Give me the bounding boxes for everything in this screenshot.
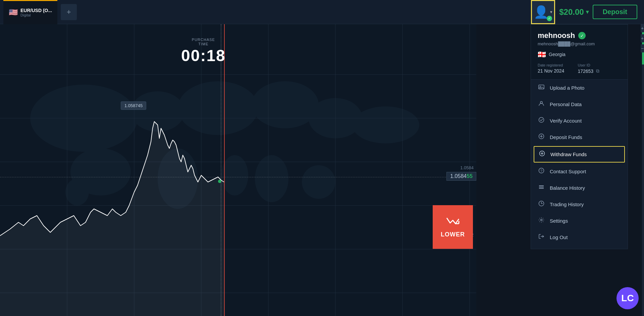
balance-button[interactable]: $20.00 ▾ (559, 7, 588, 17)
contact-support-icon: ? (538, 168, 545, 175)
user-info-section: mehnoosh ✓ mehnoosh████@gmail.com 🇬🇪 Geo… (531, 25, 628, 80)
contact-support-label: Contact Support (550, 169, 586, 174)
svg-marker-25 (0, 122, 224, 316)
balance-amount: $20.00 (559, 7, 584, 17)
corner-logo[interactable]: LC (616, 287, 639, 309)
trading-history-icon (538, 200, 545, 208)
svg-point-43 (541, 219, 542, 221)
user-email: mehnoosh████@gmail.com (538, 41, 621, 46)
dropdown-menu: Upload a Photo Personal Data Verify Acco… (531, 80, 628, 245)
svg-point-28 (540, 86, 541, 87)
right-scrollbar[interactable]: + + − (641, 24, 644, 316)
deposit-funds-label: Deposit Funds (550, 134, 582, 140)
price-tooltip: 1.058745 (121, 101, 146, 110)
balance-arrow: ▾ (586, 9, 589, 15)
pair-type: Digital (20, 13, 52, 17)
menu-item-settings[interactable]: Settings (531, 213, 628, 229)
deposit-button[interactable]: Deposit (593, 5, 637, 19)
username: mehnoosh (538, 31, 575, 40)
svg-point-30 (539, 118, 544, 123)
svg-rect-27 (539, 85, 544, 89)
settings-label: Settings (550, 218, 568, 224)
personal-data-icon (538, 100, 545, 108)
pair-flag: 🇺🇸 (9, 8, 18, 17)
price-value: 1.0584 (450, 173, 467, 179)
current-price-label: 1.058455 (446, 172, 476, 181)
menu-item-trading-history[interactable]: Trading History (531, 196, 628, 213)
topbar-right: 👤 ✓ ▾ $20.00 ▾ Deposit (531, 0, 641, 24)
corner-logo-text: LC (621, 293, 634, 304)
avatar-dropdown-arrow: ▾ (550, 9, 552, 14)
tooltip-price: 1.058745 (124, 103, 143, 108)
user-name-row: mehnoosh ✓ (538, 31, 621, 40)
scrollbar-track (642, 24, 644, 316)
svg-text:?: ? (540, 169, 542, 173)
topbar: 🇺🇸 EUR/USD (O... Digital + 👤 ✓ ▾ $20.00 … (0, 0, 644, 24)
settings-icon (538, 217, 545, 225)
lower-button-icon (446, 216, 460, 229)
avatar-verified-badge: ✓ (547, 16, 552, 21)
upload-photo-label: Upload a Photo (550, 85, 584, 91)
country-name: Georgia (549, 52, 566, 57)
vertical-dotted-line (221, 24, 221, 316)
add-tab-button[interactable]: + (61, 4, 77, 20)
menu-item-upload-photo[interactable]: Upload a Photo (531, 80, 628, 96)
y-label-1: 1.0584 (460, 165, 474, 170)
svg-rect-39 (539, 185, 544, 186)
scrollbar-plus-mid[interactable]: + (641, 34, 644, 42)
balance-history-label: Balance History (550, 185, 585, 191)
scrollbar-minus[interactable]: − (641, 44, 644, 52)
chart-area: PURCHASE TIME 00:18 1.058745 1.058455 1.… (0, 24, 476, 316)
horizontal-dashed-line (0, 177, 476, 177)
log-out-icon (538, 233, 545, 241)
withdraw-funds-icon (538, 150, 546, 158)
menu-item-withdraw-funds[interactable]: Withdraw Funds (534, 146, 625, 163)
svg-point-29 (540, 101, 542, 103)
price-highlight: 55 (467, 173, 473, 179)
trading-history-label: Trading History (550, 201, 584, 207)
menu-item-log-out[interactable]: Log Out (531, 229, 628, 245)
svg-rect-41 (539, 188, 544, 189)
pair-tab[interactable]: 🇺🇸 EUR/USD (O... Digital (3, 0, 57, 24)
vertical-red-line (224, 24, 225, 316)
user-meta: Date registered 21 Nov 2024 User ID 1726… (538, 63, 621, 74)
user-dropdown-panel: mehnoosh ✓ mehnoosh████@gmail.com 🇬🇪 Geo… (531, 24, 628, 249)
meta-date-registered: Date registered 21 Nov 2024 (538, 63, 564, 74)
country-flag: 🇬🇪 (538, 50, 546, 58)
menu-item-balance-history[interactable]: Balance History (531, 180, 628, 196)
svg-rect-40 (539, 187, 544, 187)
menu-item-verify-account[interactable]: Verify Account (531, 112, 628, 129)
deposit-funds-icon (538, 133, 545, 141)
lower-button-label: LOWER (441, 231, 465, 238)
personal-data-label: Personal Data (550, 101, 582, 107)
date-registered-value: 21 Nov 2024 (538, 68, 564, 74)
meta-user-id: User ID 172653 ⧉ (578, 63, 599, 74)
menu-item-deposit-funds[interactable]: Deposit Funds (531, 129, 628, 145)
user-country: 🇬🇪 Georgia (538, 50, 621, 58)
menu-item-personal-data[interactable]: Personal Data (531, 96, 628, 112)
withdraw-funds-label: Withdraw Funds (550, 151, 587, 157)
menu-item-contact-support[interactable]: ? Contact Support (531, 163, 628, 180)
verify-account-label: Verify Account (550, 118, 582, 124)
avatar-icon: 👤 (534, 5, 549, 19)
balance-history-icon (538, 184, 545, 192)
chart-grid-svg (0, 24, 476, 316)
verify-account-icon (538, 117, 545, 125)
pair-name: EUR/USD (O... (20, 8, 52, 13)
user-verified-icon: ✓ (578, 32, 586, 39)
copy-id-button[interactable]: ⧉ (596, 68, 599, 74)
avatar-button[interactable]: 👤 ✓ ▾ (531, 0, 555, 24)
date-registered-label: Date registered (538, 63, 564, 67)
lower-button[interactable]: LOWER (433, 205, 473, 249)
user-id-label: User ID (578, 63, 599, 67)
scrollbar-plus-top[interactable]: + (641, 24, 644, 32)
upload-photo-icon (538, 84, 545, 92)
user-id-value: 172653 ⧉ (578, 68, 599, 74)
log-out-label: Log Out (550, 234, 568, 240)
